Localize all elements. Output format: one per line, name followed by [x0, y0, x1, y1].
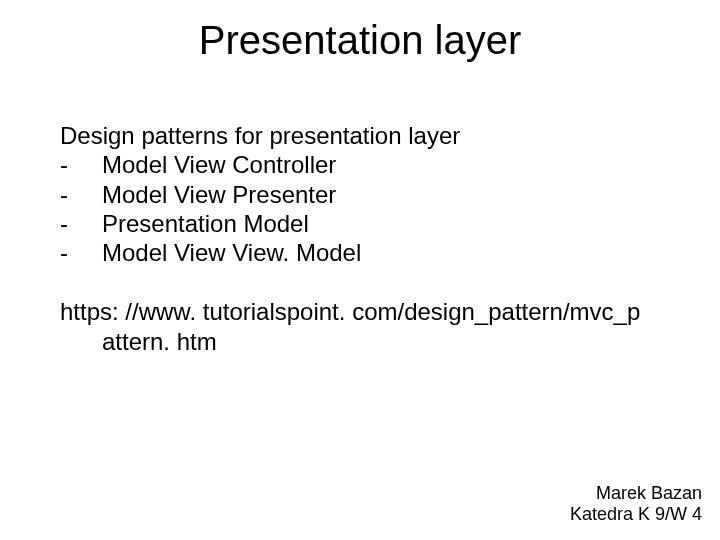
list-item: Model View View. Model: [60, 238, 680, 267]
content-block: Design patterns for presentation layer M…: [0, 63, 720, 267]
footer-author: Marek Bazan: [570, 483, 702, 505]
list-item: Model View Controller: [60, 150, 680, 179]
patterns-list: Model View Controller Model View Present…: [60, 150, 680, 267]
footer-dept: Katedra K 9/W 4: [570, 504, 702, 526]
list-item: Presentation Model: [60, 209, 680, 238]
url-block: https: //www. tutorialspoint. com/design…: [0, 267, 720, 356]
intro-text: Design patterns for presentation layer: [60, 121, 680, 150]
slide-title: Presentation layer: [0, 0, 720, 63]
footer: Marek Bazan Katedra K 9/W 4: [570, 483, 702, 526]
url-line-1: https: //www. tutorialspoint. com/design…: [60, 297, 680, 326]
url-line-2: attern. htm: [60, 327, 680, 356]
list-item: Model View Presenter: [60, 180, 680, 209]
